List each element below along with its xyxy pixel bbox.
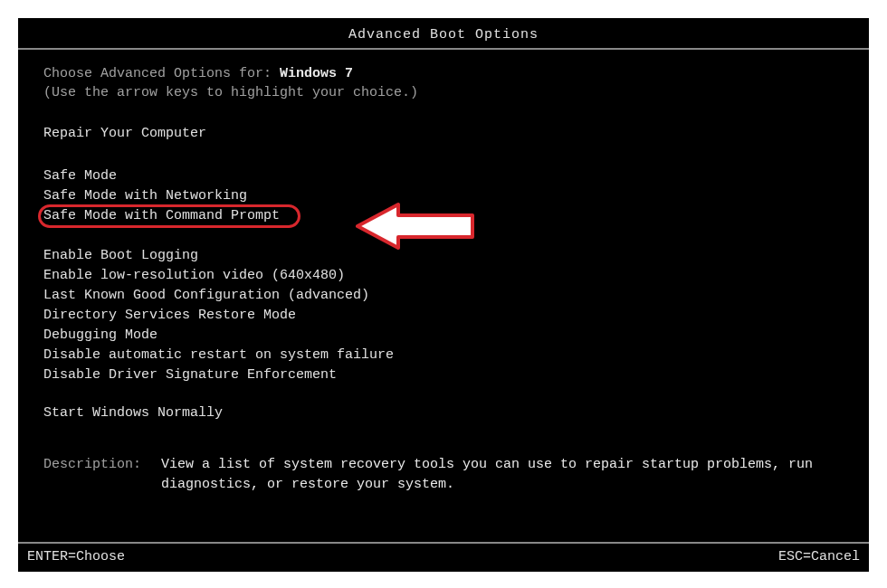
menu-last-known-good[interactable]: Last Known Good Configuration (advanced) xyxy=(43,286,844,306)
content-area: Choose Advanced Options for: Windows 7 (… xyxy=(18,50,869,495)
menu-group-advanced: Enable Boot Logging Enable low-resolutio… xyxy=(43,246,844,385)
menu-directory-services-restore[interactable]: Directory Services Restore Mode xyxy=(43,306,844,326)
menu-group-safe-mode: Safe Mode Safe Mode with Networking Safe… xyxy=(43,166,844,226)
screen-title: Advanced Boot Options xyxy=(18,18,869,50)
description-label: Description: xyxy=(43,455,161,495)
menu-low-res-video[interactable]: Enable low-resolution video (640x480) xyxy=(43,266,844,286)
arrow-keys-hint: (Use the arrow keys to highlight your ch… xyxy=(43,85,844,100)
description-text: View a list of system recovery tools you… xyxy=(161,455,844,495)
menu-disable-auto-restart[interactable]: Disable automatic restart on system fail… xyxy=(43,346,844,365)
menu-debugging-mode[interactable]: Debugging Mode xyxy=(43,326,844,346)
menu-repair-computer[interactable]: Repair Your Computer xyxy=(43,126,206,141)
menu-disable-driver-signature[interactable]: Disable Driver Signature Enforcement xyxy=(43,365,844,385)
footer-enter-hint: ENTER=Choose xyxy=(27,549,125,564)
menu-safe-mode[interactable]: Safe Mode xyxy=(43,166,844,186)
description-row: Description: View a list of system recov… xyxy=(43,455,844,495)
menu-safe-mode-networking[interactable]: Safe Mode with Networking xyxy=(43,186,844,206)
os-name: Windows 7 xyxy=(280,66,353,81)
highlighted-menu-item: Safe Mode with Command Prompt xyxy=(43,206,280,226)
menu-safe-mode-command-prompt[interactable]: Safe Mode with Command Prompt xyxy=(43,206,280,226)
choose-prefix: Choose Advanced Options for: xyxy=(43,66,280,81)
menu-start-windows-normally[interactable]: Start Windows Normally xyxy=(43,405,223,421)
footer-esc-hint: ESC=Cancel xyxy=(778,549,860,564)
footer-bar: ENTER=Choose ESC=Cancel xyxy=(18,542,869,572)
choose-advanced-line: Choose Advanced Options for: Windows 7 xyxy=(43,66,844,81)
boot-screen: Advanced Boot Options Choose Advanced Op… xyxy=(18,18,869,572)
menu-enable-boot-logging[interactable]: Enable Boot Logging xyxy=(43,246,844,266)
